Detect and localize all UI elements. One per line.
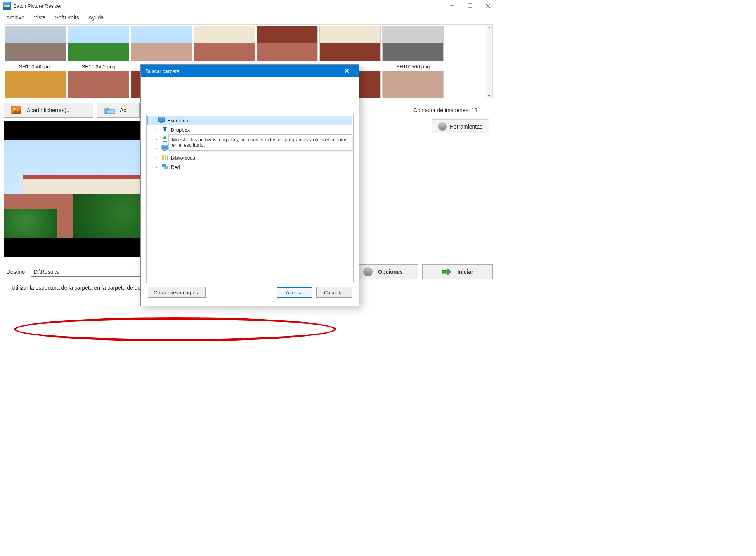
minimize-button[interactable] [443,0,461,12]
add-files-button[interactable]: Acadir fichero(s)... [4,103,93,118]
destination-label: Destino [4,269,27,275]
expand-icon[interactable]: › [154,137,159,141]
gear-icon [363,267,373,276]
thumbnail-item[interactable]: 5.png [319,26,381,70]
folder-open-icon [104,106,114,114]
accept-button[interactable]: Aceptar [277,287,312,298]
menu-ayuda[interactable]: Ayuda [85,13,108,22]
tree-label: Red [171,164,180,170]
annotation-ellipse [14,317,336,341]
monitor-icon [161,145,168,151]
svg-point-18 [163,136,166,139]
svg-rect-19 [162,146,168,149]
user-icon [161,136,168,142]
dropbox-icon [161,127,168,133]
start-button[interactable]: Iniciar [422,264,493,279]
thumbnail-item[interactable] [5,71,66,98]
maximize-button[interactable] [461,0,479,12]
thumbnail-item[interactable] [194,26,255,70]
svg-rect-16 [158,118,165,122]
svg-point-15 [13,108,16,110]
thumbnail-scrollbar[interactable]: ▲▼ [486,25,492,98]
tree-node-libraries[interactable]: › Bibliotecas [147,153,353,162]
tab-label: Herramientas [450,123,482,130]
start-label: Iniciar [457,269,473,275]
svg-rect-0 [468,4,472,8]
tree-node-desktop[interactable]: Escritorio [147,116,352,125]
gear-icon [438,122,447,131]
add-folder-button[interactable]: Ac [97,103,140,118]
use-folder-structure-label: Utilizar la estructura de la carpeta en … [12,285,152,291]
play-arrow-icon [442,268,452,276]
tree-node-network[interactable]: › Red [147,162,353,172]
svg-rect-20 [163,150,166,151]
image-counter: Contador de imágenes: 18 [413,107,493,113]
tree-node-dropbox[interactable]: › Dropbox [147,125,353,134]
window-titlebar: Batch Picture Resizer [0,0,497,12]
browse-folder-dialog: Buscar carpeta ✕ Escritorio › Dropbox › [140,64,359,306]
add-folder-label: Ac [120,107,126,113]
dialog-titlebar[interactable]: Buscar carpeta ✕ [141,65,359,77]
app-icon [3,2,11,10]
options-label: Opciones [378,269,403,275]
menu-bar: Archivo Vista SoftOrbits Ayuda [0,12,497,23]
app-title: Batch Picture Resizer [13,3,62,9]
thumbnail-item[interactable] [257,26,318,70]
use-folder-structure-checkbox[interactable] [4,285,9,290]
expand-icon[interactable]: › [154,155,159,160]
image-icon [11,106,21,114]
new-folder-button[interactable]: Crear nueva carpeta [148,287,206,298]
tree-label: Bibliotecas [171,155,195,161]
tab-herramientas[interactable]: Herramientas [432,119,489,133]
tree-tooltip: Muestra los archivos, carpetas, accesos … [168,134,352,151]
preview-panel [4,121,157,257]
network-icon [161,164,168,170]
svg-rect-23 [167,156,168,160]
tree-label: Dropbox [171,127,190,133]
expand-icon[interactable]: › [154,127,159,132]
dialog-title: Buscar carpeta [146,68,179,74]
tree-label: Escritorio [167,118,188,123]
destination-value: D:\Results [34,269,59,275]
menu-archivo[interactable]: Archivo [2,13,28,22]
menu-softorbits[interactable]: SoftOrbits [51,13,83,22]
cancel-button[interactable]: Cancelar [316,287,352,298]
desktop-icon [158,117,165,123]
add-files-label: Acadir fichero(s)... [27,107,71,113]
expand-icon[interactable]: › [154,165,159,169]
thumbnail-item[interactable] [68,71,129,98]
svg-rect-21 [162,155,164,160]
thumbnail-item[interactable] [131,26,192,70]
menu-vista[interactable]: Vista [30,13,50,22]
svg-rect-25 [164,166,168,169]
thumbnail-item[interactable]: SH100560.png [5,26,66,70]
expand-icon[interactable]: › [154,146,159,151]
svg-rect-22 [165,155,166,160]
close-button[interactable] [479,0,497,12]
thumbnail-caption: SH100561.png [82,64,116,70]
thumbnail-item[interactable]: SH100561.png [68,26,129,70]
thumbnail-caption: SH100560.png [19,64,53,70]
thumbnail-item[interactable] [382,71,444,98]
folder-tree[interactable]: Escritorio › Dropbox › › [146,114,354,283]
dialog-close-button[interactable]: ✕ [339,67,354,75]
svg-rect-17 [160,122,163,123]
libraries-icon [161,155,168,161]
thumbnail-caption: SH100566.png [396,64,430,70]
thumbnail-item[interactable]: SH100566.png [382,26,444,70]
